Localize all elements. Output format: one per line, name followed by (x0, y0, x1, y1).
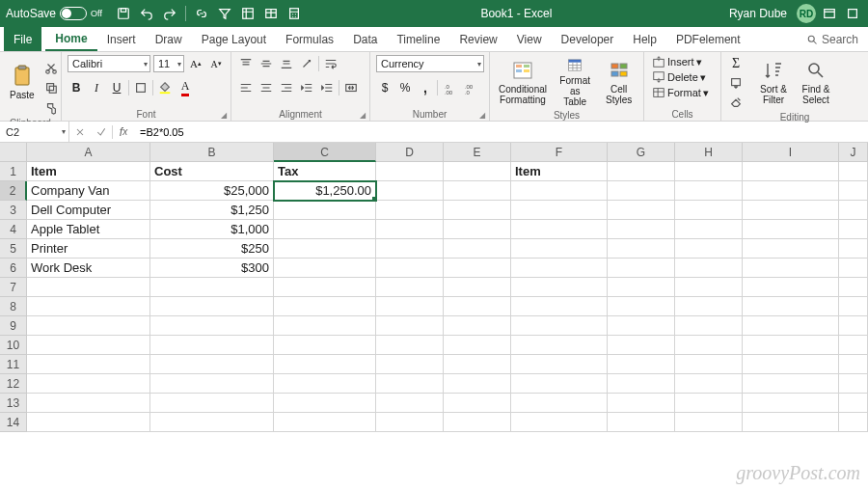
cell[interactable] (444, 355, 511, 374)
cell[interactable] (839, 220, 868, 239)
cell[interactable] (675, 336, 743, 355)
autosum-icon[interactable]: Σ (727, 55, 745, 72)
cell[interactable] (743, 355, 839, 374)
column-header[interactable]: I (743, 143, 839, 162)
tab-formulas[interactable]: Formulas (276, 27, 343, 51)
cell[interactable] (675, 278, 743, 297)
align-center-icon[interactable] (258, 79, 275, 96)
cell[interactable] (376, 181, 444, 201)
copy-icon[interactable] (42, 79, 60, 96)
row-header[interactable]: 4 (0, 220, 27, 239)
cell[interactable] (444, 220, 511, 239)
cell[interactable] (274, 374, 376, 394)
increase-indent-icon[interactable] (318, 79, 336, 96)
cell[interactable] (839, 259, 868, 278)
cell[interactable] (274, 239, 376, 259)
font-color-icon[interactable]: A (176, 79, 194, 96)
accounting-format-icon[interactable]: $ (376, 79, 393, 96)
row-header[interactable]: 1 (0, 162, 27, 181)
cell[interactable] (376, 239, 444, 259)
column-header[interactable]: G (608, 143, 675, 162)
cell[interactable] (511, 181, 608, 201)
cell[interactable] (743, 239, 839, 259)
tab-home[interactable]: Home (45, 27, 96, 51)
column-header[interactable]: B (150, 143, 274, 162)
undo-icon[interactable] (137, 4, 156, 23)
insert-cells-button[interactable]: Insert ▾ (650, 55, 715, 68)
decrease-decimal-icon[interactable]: .00.0 (461, 79, 478, 96)
cell[interactable] (376, 374, 444, 394)
cell[interactable] (376, 259, 444, 278)
cell[interactable] (675, 259, 743, 278)
cell[interactable] (444, 413, 511, 432)
select-all-corner[interactable] (0, 143, 27, 162)
align-bottom-icon[interactable] (278, 55, 295, 72)
align-left-icon[interactable] (237, 79, 255, 96)
cell[interactable] (839, 278, 868, 297)
row-header[interactable]: 14 (0, 413, 27, 432)
cell[interactable] (444, 181, 511, 201)
cell[interactable]: $1,250 (150, 201, 274, 220)
cell[interactable] (27, 374, 150, 394)
cell[interactable]: $250 (150, 239, 274, 259)
pivot-icon[interactable] (238, 4, 258, 23)
autosave-toggle[interactable]: AutoSave Off (6, 7, 102, 20)
cell[interactable] (27, 355, 150, 374)
decrease-font-icon[interactable]: A▾ (207, 55, 225, 72)
delete-cells-button[interactable]: Delete ▾ (650, 70, 715, 84)
cell[interactable] (511, 278, 608, 297)
cell[interactable] (444, 201, 511, 220)
cell[interactable] (743, 220, 839, 239)
clear-icon[interactable] (727, 94, 745, 111)
cell[interactable] (608, 394, 675, 413)
comma-format-icon[interactable]: , (417, 79, 434, 96)
row-header[interactable]: 8 (0, 297, 27, 316)
cell[interactable] (376, 413, 444, 432)
cell[interactable] (839, 413, 868, 432)
insert-function-icon[interactable]: fx (113, 122, 134, 142)
cell[interactable] (150, 374, 274, 394)
cell[interactable] (444, 278, 511, 297)
cell[interactable] (274, 355, 376, 374)
cell[interactable] (27, 394, 150, 413)
cell[interactable] (444, 316, 511, 336)
cell[interactable] (608, 239, 675, 259)
cell[interactable] (444, 374, 511, 394)
tab-review[interactable]: Review (449, 27, 506, 51)
cell[interactable] (274, 297, 376, 316)
cell[interactable] (743, 394, 839, 413)
column-header[interactable]: F (511, 143, 608, 162)
tab-help[interactable]: Help (623, 27, 666, 51)
tab-pdfelement[interactable]: PDFelement (666, 27, 750, 51)
cell[interactable] (27, 297, 150, 316)
cell[interactable] (376, 162, 444, 181)
calc-icon[interactable] (285, 4, 304, 23)
cell[interactable] (608, 162, 675, 181)
cell[interactable] (839, 162, 868, 181)
spreadsheet-grid[interactable]: ABCDEFGHIJ 1ItemCostTaxItem2Company Van$… (0, 143, 868, 432)
cell[interactable] (839, 316, 868, 336)
find-select-button[interactable]: Find & Select (797, 55, 835, 109)
cell[interactable] (376, 336, 444, 355)
column-header[interactable]: A (27, 143, 150, 162)
tab-draw[interactable]: Draw (146, 27, 192, 51)
fill-color-icon[interactable] (156, 79, 174, 96)
save-icon[interactable] (114, 4, 133, 23)
format-as-table-button[interactable]: Format as Table (554, 55, 596, 109)
percent-format-icon[interactable]: % (396, 79, 414, 96)
tab-developer[interactable]: Developer (552, 27, 624, 51)
row-header[interactable]: 2 (0, 181, 27, 201)
orientation-icon[interactable] (298, 55, 315, 72)
cell[interactable] (274, 259, 376, 278)
link-icon[interactable] (192, 4, 211, 23)
cell[interactable] (511, 297, 608, 316)
cancel-formula-icon[interactable] (69, 122, 91, 142)
cut-icon[interactable] (42, 59, 60, 76)
cell[interactable] (274, 394, 376, 413)
borders-icon[interactable] (132, 79, 149, 96)
row-header[interactable]: 3 (0, 201, 27, 220)
cell[interactable] (675, 220, 743, 239)
column-header[interactable]: H (675, 143, 743, 162)
cell[interactable] (608, 220, 675, 239)
cell[interactable] (743, 162, 839, 181)
